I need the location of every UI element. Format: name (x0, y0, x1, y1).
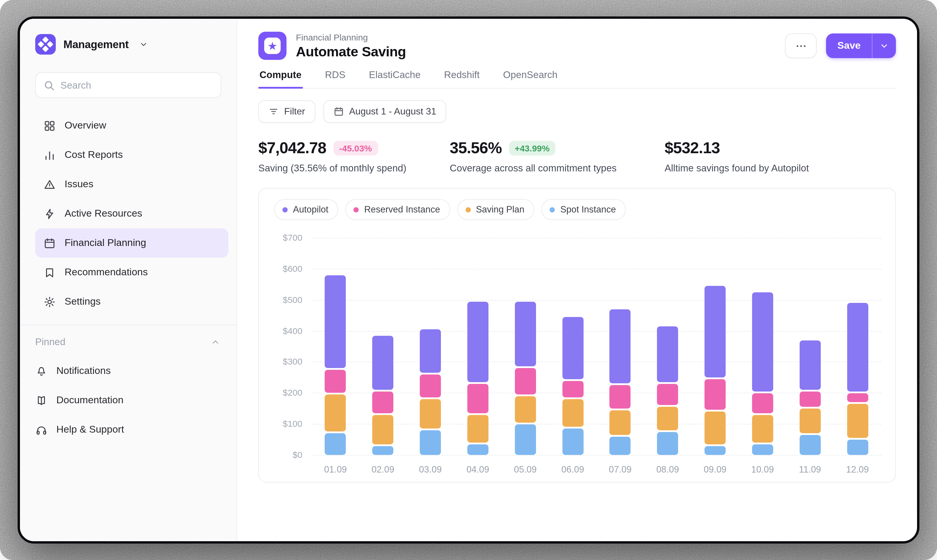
legend-chip-saving-plan[interactable]: Saving Plan (457, 199, 534, 220)
book-icon (35, 394, 48, 406)
sidebar-item-documentation[interactable]: Documentation (35, 386, 213, 415)
bar-segment-saving-plan (799, 409, 820, 433)
legend-label: Autopilot (293, 204, 328, 215)
sidebar-item-overview[interactable]: Overview (35, 111, 228, 140)
app-logo (35, 34, 56, 55)
chart-y-axis: $0$100$200$300$400$500$600$700 (274, 238, 302, 455)
bar-segment-saving-plan (610, 410, 631, 435)
search-box (35, 72, 222, 98)
sidebar-item-label: Recommendations (65, 266, 148, 278)
filter-icon (268, 106, 279, 117)
bar-segment-saving-plan (515, 396, 536, 422)
app-window: Management Overview (18, 17, 919, 543)
bar-segment-saving-plan (657, 407, 678, 430)
bar-segment-saving-plan (847, 404, 868, 438)
tab-opensearch[interactable]: OpenSearch (502, 69, 559, 88)
page-title: Automate Saving (296, 44, 406, 60)
tab-bar: Compute RDS ElastiCache Redshift OpenSea… (258, 69, 896, 89)
screenshot-stage: Management Overview (0, 0, 937, 560)
date-range-button[interactable]: August 1 - August 31 (323, 100, 446, 123)
sidebar-item-label: Issues (65, 178, 93, 190)
y-tick-label: $400 (274, 326, 302, 336)
sidebar-item-issues[interactable]: Issues (35, 170, 228, 199)
sidebar-item-active-resources[interactable]: Active Resources (35, 199, 228, 228)
grid-icon (43, 120, 56, 132)
bar-column (597, 238, 644, 455)
stat-badge-negative: -45.03% (333, 141, 378, 155)
sidebar-item-help-support[interactable]: Help & Support (35, 415, 213, 445)
tab-compute[interactable]: Compute (258, 69, 303, 88)
bookmark-icon (43, 266, 56, 278)
sidebar-item-recommendations[interactable]: Recommendations (35, 258, 228, 287)
save-dropdown-button[interactable] (872, 34, 896, 58)
stat-caption: Alltime savings found by Autopilot (665, 163, 809, 174)
bar-segment-saving-plan (752, 415, 773, 442)
bar-segment-autopilot (325, 275, 346, 368)
star-icon: ★ (264, 38, 281, 54)
logo-pinwheel-icon (38, 36, 54, 52)
chart-legend: Autopilot Reserved Instance Saving Plan (274, 199, 881, 220)
save-button[interactable]: Save (826, 34, 872, 58)
bar-segment-spot-instance (610, 437, 631, 455)
bar-segment-spot-instance (562, 429, 583, 455)
tab-rds[interactable]: RDS (324, 69, 347, 88)
sidebar-item-settings[interactable]: Settings (35, 287, 228, 316)
save-split-button: Save (826, 34, 896, 58)
bar-segment-spot-instance (705, 446, 726, 455)
filter-button[interactable]: Filter (258, 100, 315, 123)
x-tick-label: 03.09 (406, 464, 454, 475)
x-tick-label: 06.09 (549, 464, 597, 475)
sidebar-item-financial-planning[interactable]: Financial Planning (35, 228, 228, 258)
bar-segment-autopilot (847, 303, 868, 392)
bar-segment-saving-plan (705, 412, 726, 444)
workspace-switcher[interactable]: Management (20, 19, 237, 59)
x-tick-label: 11.09 (786, 464, 834, 475)
bar-column (549, 238, 597, 455)
sidebar-item-label: Notifications (56, 365, 111, 377)
bar-column (834, 238, 881, 455)
tab-redshift[interactable]: Redshift (443, 69, 481, 88)
main-header: ★ Financial Planning Automate Saving (237, 19, 917, 89)
bar-column (454, 238, 502, 455)
legend-label: Reserved Instance (364, 204, 440, 215)
bar-segment-saving-plan (467, 415, 488, 442)
x-tick-label: 09.09 (691, 464, 739, 475)
bar-segment-reserved-instance (610, 385, 631, 409)
legend-chip-spot-instance[interactable]: Spot Instance (542, 199, 626, 220)
gear-icon (43, 295, 56, 308)
x-tick-label: 01.09 (312, 464, 359, 475)
main-content: Filter August 1 - August 31 $7,042.78 -4… (237, 89, 917, 541)
stat-caption: Saving (35.56% of monthly spend) (258, 163, 450, 174)
bar-segment-reserved-instance (705, 379, 726, 410)
bar-column (359, 238, 407, 455)
y-tick-label: $500 (274, 294, 302, 305)
y-tick-label: $200 (274, 388, 302, 398)
legend-chip-reserved-instance[interactable]: Reserved Instance (346, 199, 450, 220)
workspace-name: Management (63, 38, 129, 51)
bar-segment-reserved-instance (752, 393, 773, 413)
tab-elasticache[interactable]: ElastiCache (368, 69, 422, 88)
search-input[interactable] (35, 72, 222, 98)
chevron-up-icon[interactable] (209, 336, 222, 348)
x-tick-label: 08.09 (644, 464, 692, 475)
bar-column (691, 238, 739, 455)
x-tick-label: 12.09 (834, 464, 881, 475)
sidebar-item-cost-reports[interactable]: Cost Reports (35, 140, 228, 170)
bar-segment-reserved-instance (372, 392, 393, 413)
y-tick-label: $0 (274, 450, 302, 460)
gridline (312, 455, 881, 455)
y-tick-label: $700 (274, 232, 302, 243)
bar-segment-autopilot (420, 329, 441, 373)
bar-segment-reserved-instance (467, 384, 488, 413)
x-tick-label: 05.09 (502, 464, 549, 475)
bar-segment-autopilot (657, 326, 678, 382)
legend-chip-autopilot[interactable]: Autopilot (274, 199, 338, 220)
sidebar-item-notifications[interactable]: Notifications (35, 356, 213, 386)
more-options-button[interactable] (785, 34, 817, 58)
stacked-bar-chart: $0$100$200$300$400$500$600$700 01.0902.0… (274, 238, 881, 475)
pinned-label: Pinned (35, 336, 65, 348)
bar-segment-autopilot (705, 286, 726, 377)
pinned-nav: Notifications Documentation Help & Suppo… (35, 348, 222, 445)
legend-dot-icon (354, 207, 359, 212)
bar-segment-autopilot (562, 317, 583, 379)
